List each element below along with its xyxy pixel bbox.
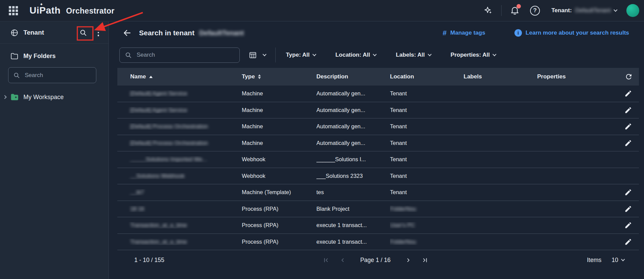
filter-properties[interactable]: Properties: All <box>451 52 496 58</box>
sidebar-header: Tenant <box>0 22 109 44</box>
edit-button[interactable] <box>624 221 639 229</box>
filter-labels[interactable]: Labels: All <box>396 52 431 58</box>
uipath-logo: UiPath ✦ Orchestrator <box>30 5 115 16</box>
page-indicator: Page 1 / 16 <box>360 257 391 264</box>
sidebar-search-input[interactable] <box>24 72 93 79</box>
app-launcher-icon[interactable] <box>9 6 18 15</box>
back-button[interactable] <box>123 29 132 37</box>
uipath-orchestrator-app: { "topbar": { "logo_primary": "UiPath", … <box>0 0 644 279</box>
folder-icon <box>10 52 19 60</box>
table-row[interactable]: _____Solutions Imported We... Webhook __… <box>117 151 639 168</box>
column-picker[interactable] <box>249 51 266 59</box>
sidebar-item-my-workspace[interactable]: My Workspace <box>3 93 109 101</box>
cell-type: Machine <box>242 90 316 97</box>
cell-location: FolderNou <box>390 206 464 212</box>
page-title: Search in tenant <box>139 29 194 37</box>
cell-description: Automatically gen... <box>316 90 390 97</box>
results-table: NameTypeDescriptionLocationLabelsPropert… <box>117 68 639 270</box>
results-search-input[interactable] <box>136 51 236 59</box>
cell-description: tes <box>316 189 390 196</box>
notifications-bell-icon[interactable] <box>510 5 520 16</box>
filter-label: Labels: All <box>396 52 425 58</box>
edit-button[interactable] <box>624 139 639 147</box>
edit-icon <box>624 205 632 213</box>
table-row[interactable]: Transaction_at_a_time Process (RPA) exec… <box>117 234 639 250</box>
edit-button[interactable] <box>624 188 639 196</box>
cell-name: __tk7 <box>117 189 242 196</box>
user-avatar[interactable] <box>626 4 639 17</box>
previous-page-button[interactable] <box>339 257 346 264</box>
columns-icon <box>249 51 257 59</box>
sidebar-title: Tenant <box>23 29 44 36</box>
chevron-down-icon <box>613 8 617 12</box>
sort-icon <box>258 74 261 79</box>
cell-type: Machine <box>242 107 316 113</box>
main-content: Search in tenant DefaultTenant # Manage … <box>109 22 644 279</box>
edit-button[interactable] <box>624 123 639 130</box>
chevron-down-icon <box>373 52 377 56</box>
autopilot-icon[interactable] <box>483 5 493 16</box>
cell-location: Tenant <box>390 90 464 97</box>
first-page-button[interactable] <box>322 257 329 264</box>
cell-location: Tenant <box>390 156 464 163</box>
hash-icon: # <box>443 29 447 37</box>
sidebar-search-icon[interactable] <box>77 26 90 39</box>
cell-type: Webhook <box>242 173 316 179</box>
edit-button[interactable] <box>624 90 639 97</box>
table-row[interactable]: Transaction_at_a_time Process (RPA) exec… <box>117 217 639 234</box>
pagination-bar: 1 - 10 / 155 Page 1 / 16 Items 10 <box>125 250 634 270</box>
cell-type: Process (RPA) <box>242 206 316 212</box>
cell-location: Tenant <box>390 173 464 179</box>
main-header: Search in tenant DefaultTenant # Manage … <box>109 22 644 44</box>
tenant-selector[interactable]: Tenant: DefaultTenant <box>551 7 617 14</box>
table-row[interactable]: [Default] Process Orchestration Machine … <box>117 135 639 152</box>
page-title-tenant-name: DefaultTenant <box>199 29 244 37</box>
column-header-location: Location <box>390 73 464 80</box>
chevron-right-icon[interactable] <box>3 95 6 99</box>
refresh-icon <box>625 73 633 81</box>
edit-icon <box>624 123 632 130</box>
table-row[interactable]: 18 16 Process (RPA) Blank Project Folder… <box>117 201 639 218</box>
table-row[interactable]: [Default] Agent Service Machine Automati… <box>117 86 639 102</box>
results-search-box[interactable] <box>119 48 240 63</box>
tenant-label: Tenant: <box>551 7 572 14</box>
logo-text: UiPath <box>30 5 61 16</box>
cell-location: User's PC <box>390 222 464 228</box>
last-page-button[interactable] <box>422 257 429 264</box>
cell-description: Blank Project <box>316 206 390 212</box>
items-per-page[interactable]: Items 10 <box>587 257 634 264</box>
table-row[interactable]: __tk7 Machine (Template) tes Tenant <box>117 184 639 201</box>
sidebar-search-box[interactable] <box>8 67 96 83</box>
sidebar-more-menu-icon[interactable] <box>96 27 101 38</box>
column-header-type[interactable]: Type <box>242 73 316 80</box>
learn-more-link[interactable]: i Learn more about your search results <box>514 29 629 37</box>
filter-type[interactable]: Type: All <box>286 52 316 58</box>
back-arrow-icon <box>123 29 132 37</box>
cell-description: Automatically gen... <box>316 123 390 130</box>
cell-type: Machine <box>242 123 316 130</box>
column-header-labels: Labels <box>464 73 537 80</box>
pager: Page 1 / 16 <box>322 257 429 264</box>
table-row[interactable]: [Default] Agent Service Machine Automati… <box>117 102 639 119</box>
edit-icon <box>624 106 632 114</box>
sidebar-item-my-folders[interactable]: My Folders <box>10 52 109 60</box>
help-icon[interactable]: ? <box>530 6 540 16</box>
globe-icon <box>10 29 19 37</box>
table-row[interactable]: __Solutions Webhook Webhook ___Solutions… <box>117 168 639 185</box>
edit-button[interactable] <box>624 205 639 213</box>
edit-button[interactable] <box>624 238 639 246</box>
sort-ascending-icon <box>149 76 153 78</box>
cell-location: Tenant <box>390 123 464 130</box>
items-label: Items <box>587 257 602 264</box>
refresh-button[interactable] <box>625 73 639 81</box>
cell-name: Transaction_at_a_time <box>117 239 242 245</box>
filter-location[interactable]: Location: All <box>335 52 376 58</box>
edit-button[interactable] <box>624 106 639 114</box>
manage-tags-link[interactable]: # Manage tags <box>443 29 485 37</box>
cell-type: Webhook <box>242 156 316 163</box>
next-page-button[interactable] <box>405 257 412 264</box>
cell-name: [Default] Agent Service <box>117 90 242 97</box>
column-header-name[interactable]: Name <box>117 73 242 80</box>
table-row[interactable]: [Default] Process Orchestration Machine … <box>117 118 639 135</box>
edit-icon <box>624 139 632 147</box>
